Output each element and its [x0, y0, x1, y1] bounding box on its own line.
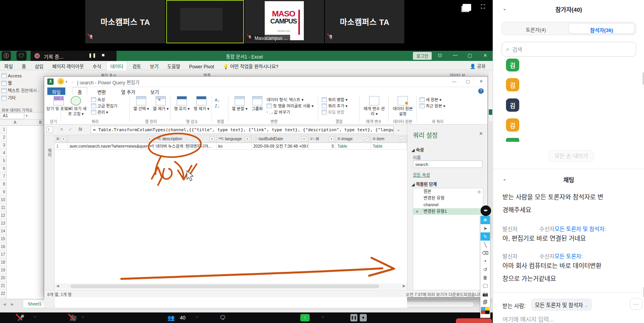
- tab-page-layout[interactable]: 페이지 레이아웃: [49, 61, 88, 71]
- cell-item[interactable]: Table: [371, 143, 407, 150]
- smiley-feedback-icon[interactable]: ☺: [57, 78, 64, 85]
- send-to-dropdown[interactable]: 모든 토론자 및 참석자 ⌄: [531, 298, 592, 311]
- expand-column-icon[interactable]: ⤢: [400, 136, 405, 141]
- chat-recipient[interactable]: 모든 토론자:: [554, 253, 583, 259]
- tab-review[interactable]: 검토: [129, 61, 145, 71]
- row-number[interactable]: 21: [0, 282, 6, 290]
- tab-formulas[interactable]: 수식: [89, 61, 105, 71]
- filter-caret-icon[interactable]: ▾: [301, 136, 307, 141]
- col-header-b[interactable]: B: [39, 120, 42, 125]
- share-screen-button[interactable]: ↑: [300, 314, 310, 321]
- chat-recipient[interactable]: 모든 토론자 및 참석자:: [554, 226, 606, 232]
- share-button[interactable]: 👤 공유: [470, 62, 486, 69]
- quick-access-caret-icon[interactable]: ▾: [66, 80, 67, 84]
- properties-section-header[interactable]: ◢ 속성: [411, 146, 424, 153]
- pause-record-button[interactable]: ❚❚: [350, 314, 357, 321]
- row-number[interactable]: 20: [0, 274, 6, 282]
- tell-me-box[interactable]: 💡 어떤 작업을 원하시나요?: [219, 61, 282, 71]
- col-header-a[interactable]: A: [14, 120, 16, 125]
- login-button[interactable]: 로그인: [413, 52, 432, 60]
- refresh-preview-button[interactable]: 미리 보기 새로 고침 ▾: [64, 95, 88, 116]
- tab-file[interactable]: 파일: [1, 61, 16, 71]
- row-number[interactable]: 4: [0, 149, 6, 157]
- close-button[interactable]: ✕: [483, 53, 487, 58]
- filter-caret-icon[interactable]: ▾: [245, 136, 250, 141]
- data-type-button[interactable]: 데이터 형식: 텍스트 ▾: [267, 96, 314, 103]
- row-number[interactable]: 11: [0, 204, 6, 212]
- manage-button[interactable]: 관리 ▾: [91, 109, 117, 115]
- participants-caret-icon[interactable]: ⌃: [196, 316, 199, 320]
- lower-all-hands-button[interactable]: 모든 손 내리기: [549, 150, 594, 162]
- row-number[interactable]: 14: [0, 227, 6, 235]
- filter-caret-icon[interactable]: ▾: [147, 136, 152, 141]
- row-number[interactable]: 2: [0, 134, 6, 141]
- undo-button[interactable]: ↺: [481, 265, 490, 273]
- combine-files-button[interactable]: 파일 병합: [322, 109, 348, 115]
- row-selector-header[interactable]: ⊞▾: [55, 135, 68, 143]
- name-box-caret-icon[interactable]: ▾: [26, 114, 27, 118]
- mute-button[interactable]: 🎤: [17, 314, 25, 321]
- row-number[interactable]: 6: [0, 165, 6, 173]
- participant-search[interactable]: ⌕ 검색: [502, 42, 636, 57]
- mute-caret-icon[interactable]: ⌃: [34, 316, 37, 320]
- remove-columns-button[interactable]: ✕열 제거 ▾: [153, 95, 169, 111]
- ribbon-options-icon[interactable]: ⊡: [438, 53, 442, 58]
- replace-values-button[interactable]: ¹﹐₂ 값 바꾸기: [267, 109, 314, 116]
- step-gear-icon[interactable]: ⚙: [477, 189, 481, 195]
- row-number[interactable]: 1: [0, 126, 6, 134]
- expand-column-icon[interactable]: ⤢: [364, 136, 369, 141]
- step-changed-type[interactable]: 변경된 유형: [413, 195, 483, 202]
- tab-panelists[interactable]: 토론자(4): [503, 23, 569, 34]
- filter-caret-icon[interactable]: ▾: [329, 136, 334, 141]
- snapshot-button[interactable]: 📷: [481, 290, 490, 298]
- step-delete-icon[interactable]: ✕: [416, 209, 419, 215]
- gallery-view-icon[interactable]: [463, 4, 471, 11]
- video-button[interactable]: 🎥: [70, 314, 77, 321]
- pq-minimize-button[interactable]: —: [452, 79, 456, 84]
- line-tool-button[interactable]: ╲: [481, 241, 490, 249]
- pq-maximize-button[interactable]: ▢: [466, 79, 470, 84]
- name-box[interactable]: A1: [1, 113, 24, 119]
- pause-recording-button[interactable]: ❚❚: [88, 53, 96, 58]
- cell-link[interactable]: aver.com/search.naver?where=news&query=%…: [68, 143, 154, 150]
- filter-caret-icon[interactable]: ▾: [61, 136, 66, 141]
- row-number[interactable]: 5: [0, 157, 6, 165]
- properties-button[interactable]: 속성: [91, 96, 117, 103]
- column-header-language[interactable]: ᴬᴮClanguage▾: [217, 135, 252, 143]
- participant-avatar[interactable]: 김: [506, 118, 519, 132]
- line-width-dot-button[interactable]: •: [481, 257, 490, 265]
- tab-help[interactable]: 도움말: [164, 61, 184, 71]
- advanced-editor-button[interactable]: 고급 편집기: [91, 103, 117, 109]
- chat-input[interactable]: 여기에 메시지 입력...: [502, 315, 635, 323]
- formula-expand-caret-icon[interactable]: ⌄: [397, 127, 400, 132]
- row-number[interactable]: 8: [0, 180, 6, 188]
- chat-button[interactable]: 🗨: [220, 314, 226, 321]
- column-header-image[interactable]: ⊞image⤢: [336, 135, 371, 143]
- spotlight-eye-button[interactable]: 👁: [481, 216, 490, 224]
- video-caret-icon[interactable]: ⌃: [81, 316, 84, 320]
- fullscreen-icon[interactable]: ⛶: [481, 3, 489, 11]
- row-number[interactable]: 13: [0, 219, 6, 227]
- minimize-button[interactable]: —: [453, 52, 457, 58]
- row-number[interactable]: 22: [0, 290, 6, 298]
- whiteboard-button[interactable]: 🖵: [481, 282, 490, 290]
- participants-button[interactable]: 👥: [167, 314, 175, 321]
- row-number[interactable]: 9: [0, 188, 6, 196]
- participant-avatar[interactable]: 김: [506, 98, 519, 112]
- row-number[interactable]: 15: [0, 235, 6, 243]
- participant-avatar[interactable]: 김: [506, 138, 519, 142]
- keep-rows-button[interactable]: 행 유지 ▾: [174, 95, 190, 111]
- use-first-row-button[interactable]: 첫 행을 머리글로 사용 ▾: [267, 103, 314, 109]
- tab-power-pivot[interactable]: Power Pivot: [185, 62, 217, 71]
- sort-buttons[interactable]: A↓Z↓: [215, 95, 220, 109]
- participant-avatar[interactable]: 김: [506, 78, 519, 91]
- queries-pane-strip[interactable]: 쿼리: [44, 135, 55, 308]
- formula-input[interactable]: = Table.TransformColumnTypes(channel,{{"…: [90, 126, 394, 134]
- row-number[interactable]: 3: [0, 141, 6, 149]
- all-properties-link[interactable]: 모든 속성: [413, 171, 430, 178]
- column-header-link[interactable]: ▾: [68, 135, 154, 143]
- row-number[interactable]: 16: [0, 243, 6, 251]
- scroll-thumb[interactable]: [70, 284, 379, 288]
- tab-view[interactable]: 보기: [146, 61, 162, 71]
- color-palette-button[interactable]: [481, 306, 490, 314]
